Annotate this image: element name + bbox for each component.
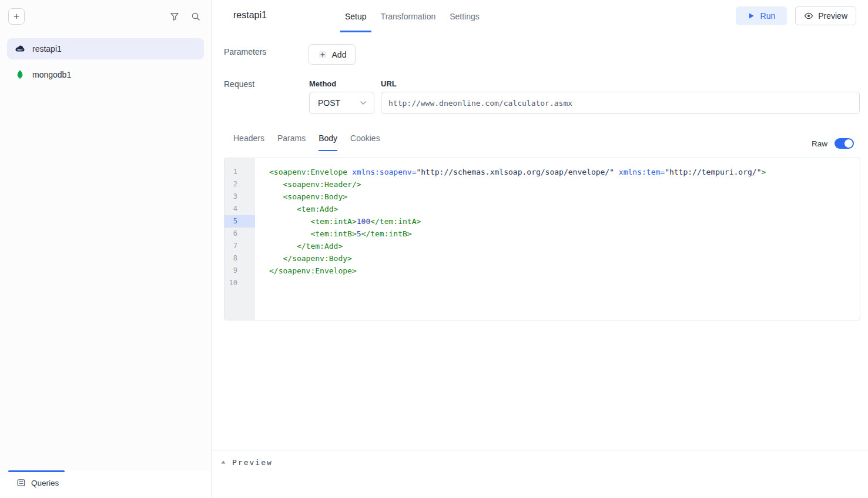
code-line[interactable]: <soapenv:Envelope xmlns:soapenv="http://… [255, 166, 766, 178]
filter-icon[interactable] [170, 12, 179, 21]
header-actions: Run Preview [736, 6, 856, 25]
code-line[interactable]: <soapenv:Body> [255, 190, 347, 203]
url-input[interactable]: http://www.dneonline.com/calculator.asmx [381, 92, 860, 114]
code-line[interactable]: </soapenv:Envelope> [255, 265, 357, 277]
add-parameter-button[interactable]: Add [309, 44, 356, 65]
parameters-label: Parameters [224, 47, 266, 56]
app: + RESTrestapi1mongodb1 Queries restap [0, 0, 868, 498]
sidebar-item-list: RESTrestapi1mongodb1 [0, 32, 211, 91]
editor-row: 9</soapenv:Envelope> [224, 265, 860, 277]
line-number: 4 [224, 203, 255, 215]
add-parameter-label: Add [332, 50, 347, 59]
line-number: 5 [224, 215, 255, 228]
raw-toggle[interactable] [835, 138, 854, 149]
line-number: 7 [224, 240, 255, 252]
body-tab-cookies[interactable]: Cookies [350, 133, 380, 151]
tab-setup[interactable]: Setup [340, 0, 371, 32]
header-tabs: SetupTransformationSettings [340, 0, 484, 32]
tab-transformation[interactable]: Transformation [376, 0, 441, 32]
body-tab-params[interactable]: Params [277, 133, 306, 151]
line-number: 8 [224, 252, 255, 265]
code-line[interactable]: </tem:Add> [255, 240, 343, 252]
tab-settings[interactable]: Settings [445, 0, 484, 32]
preview-button-label: Preview [818, 11, 847, 21]
page-title: restapi1 [233, 10, 267, 21]
mongodb-icon [14, 69, 26, 81]
play-icon [748, 12, 755, 20]
raw-label: Raw [812, 139, 827, 148]
code-line[interactable]: </soapenv:Body> [255, 252, 352, 265]
request-body-tabs: HeadersParamsBodyCookies [233, 133, 380, 151]
code-line[interactable]: <tem:Add> [255, 203, 338, 215]
line-number: 9 [224, 265, 255, 277]
sidebar-toolbar: + [0, 0, 211, 32]
method-select[interactable]: POST [309, 92, 374, 114]
bottom-tab-bar: Queries [0, 470, 211, 498]
editor-row: 10 [224, 277, 860, 289]
run-button[interactable]: Run [736, 6, 787, 25]
sidebar-item-restapi1[interactable]: RESTrestapi1 [7, 38, 204, 59]
line-number: 6 [224, 228, 255, 240]
search-icon[interactable] [191, 12, 200, 21]
raw-toggle-group: Raw [812, 137, 854, 150]
queries-icon [16, 478, 26, 487]
toggle-knob [844, 139, 853, 148]
editor-row: 5 <tem:intA>100</tem:intA> [224, 215, 860, 228]
tab-queries[interactable]: Queries [16, 478, 59, 487]
body-tab-headers[interactable]: Headers [233, 133, 264, 151]
run-button-label: Run [760, 11, 776, 21]
line-number: 3 [224, 190, 255, 203]
body-tab-body[interactable]: Body [319, 133, 337, 151]
editor-row: 1<soapenv:Envelope xmlns:soapenv="http:/… [224, 166, 860, 178]
queries-tab-label: Queries [31, 479, 59, 487]
main-panel: restapi1 SetupTransformationSettings Run… [212, 0, 868, 498]
preview-button[interactable]: Preview [795, 6, 856, 25]
eye-icon [804, 11, 813, 21]
editor-row: 3 <soapenv:Body> [224, 190, 860, 203]
editor-row: 8 </soapenv:Body> [224, 252, 860, 265]
response-preview-bar[interactable]: Preview [212, 450, 868, 474]
editor-lines: 1<soapenv:Envelope xmlns:soapenv="http:/… [224, 158, 860, 289]
code-line[interactable]: <soapenv:Header/> [255, 178, 361, 190]
method-select-value: POST [318, 98, 340, 108]
line-number: 1 [224, 166, 255, 178]
active-tab-indicator [8, 470, 65, 472]
url-label: URL [381, 79, 397, 88]
editor-row: 2 <soapenv:Header/> [224, 178, 860, 190]
body-editor[interactable]: 1<soapenv:Envelope xmlns:soapenv="http:/… [224, 158, 860, 320]
editor-row: 7 </tem:Add> [224, 240, 860, 252]
line-number: 10 [224, 277, 255, 289]
request-label: Request [224, 79, 254, 89]
collapse-up-icon [220, 459, 226, 465]
code-line[interactable]: <tem:intA>100</tem:intA> [255, 215, 421, 228]
sidebar-item-mongodb1[interactable]: mongodb1 [7, 64, 204, 85]
chevron-down-icon [360, 99, 367, 106]
editor-row: 6 <tem:intB>5</tem:intB> [224, 228, 860, 240]
response-preview-label: Preview [232, 458, 273, 467]
code-line[interactable]: <tem:intB>5</tem:intB> [255, 228, 412, 240]
add-entity-button[interactable]: + [8, 8, 25, 25]
line-number: 2 [224, 178, 255, 190]
code-line[interactable] [255, 277, 269, 289]
sidebar: + RESTrestapi1mongodb1 Queries [0, 0, 212, 498]
editor-row: 4 <tem:Add> [224, 203, 860, 215]
method-label: Method [309, 79, 336, 88]
svg-text:REST: REST [17, 49, 23, 51]
rest-api-icon: REST [14, 43, 26, 55]
sidebar-item-label: mongodb1 [32, 70, 71, 79]
sidebar-item-label: restapi1 [32, 44, 62, 54]
plus-square-icon [318, 50, 327, 59]
